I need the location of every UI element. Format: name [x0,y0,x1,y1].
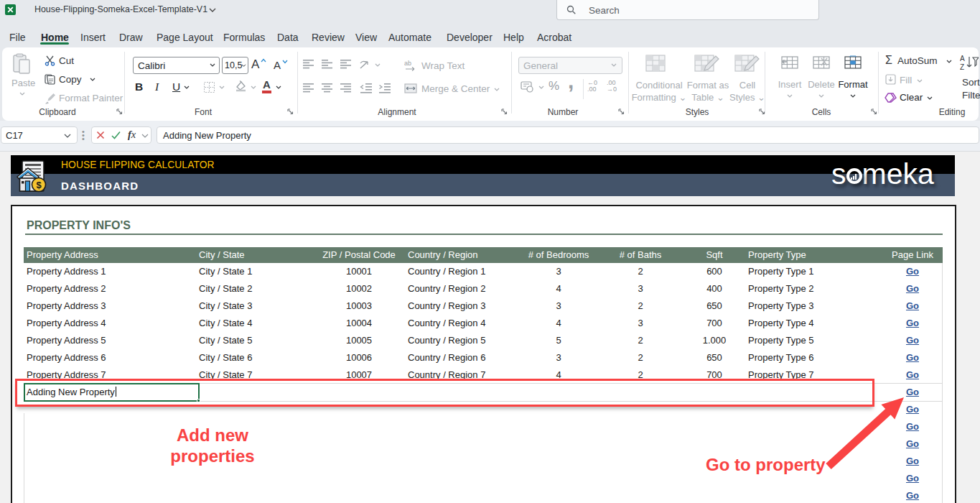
svg-text:ab: ab [404,60,411,67]
svg-text:Z: Z [960,63,964,71]
svg-text:$: $ [37,180,42,190]
svg-text:A: A [960,55,965,63]
